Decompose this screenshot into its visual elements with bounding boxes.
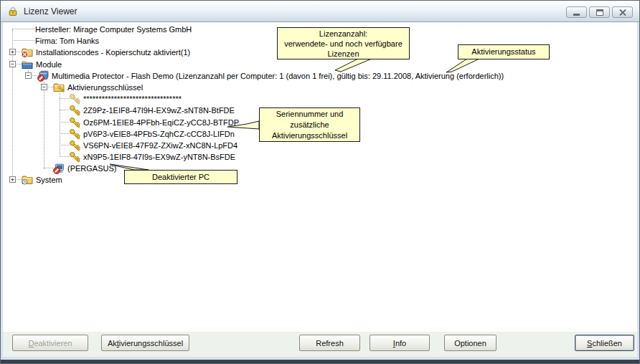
tree-stub-line	[44, 168, 53, 168]
options-button[interactable]: Optionen	[444, 335, 497, 351]
maximize-icon	[596, 9, 603, 16]
tree-expander-minus-icon[interactable]: −	[41, 84, 47, 90]
titlebar: Lizenz Viewer	[1, 1, 639, 22]
tree-item-label: (PERGASUS)	[66, 163, 118, 173]
tree-item[interactable]: xN9P5-1EIF8-47I9s-EX9wZ-yNT8N-BsFDE	[3, 151, 637, 163]
minimize-icon	[573, 14, 580, 16]
callout-activation-status: Aktivierungsstatus	[458, 44, 550, 59]
tree-expander-minus-icon[interactable]: −	[25, 72, 32, 79]
tree-item-label: Installationscodes - Kopierschutz aktivi…	[34, 47, 192, 57]
window-bottom-edge	[1, 360, 639, 363]
tree-expander-plus-icon[interactable]: +	[9, 176, 16, 183]
tree-item-label: xN9P5-1EIF8-47I9s-EX9wZ-yNT8N-BsFDE	[82, 152, 237, 162]
caption-buttons	[566, 6, 633, 18]
callout-serial-keys: Seriennummer und zusätzliche Aktivierung…	[259, 107, 360, 142]
tree-item-label: ********************************	[82, 94, 183, 104]
tree-stub-line	[60, 156, 69, 157]
window-title: Lizenz Viewer	[24, 6, 77, 16]
tree-item-label: Hersteller: Mirage Computer Systems GmbH	[34, 24, 193, 34]
callout-license-count: Lizenzanzahl: verwendete- und noch verfü…	[277, 27, 410, 59]
tree-item[interactable]: +System	[3, 174, 637, 186]
refresh-button[interactable]: Refresh	[299, 335, 360, 351]
tree-expander-plus-icon[interactable]: +	[9, 49, 16, 55]
tree-stub-line	[17, 179, 22, 180]
tree-stub-line	[32, 75, 37, 76]
maximize-button[interactable]	[589, 6, 610, 18]
tree-stub-line	[60, 133, 69, 134]
module-folder-icon	[22, 59, 33, 70]
tree-item-label: Multimedia Protector - Flash Demo (Lizen…	[50, 71, 505, 81]
activation-keys-button[interactable]: Aktivierungsschlüssel	[101, 335, 189, 351]
lock-icon	[7, 6, 19, 17]
key-muted-icon	[69, 93, 80, 105]
tree-item-label: 2Z9Pz-1EIF8-47I9H-EX9wZ-sNT8N-BtFDE	[82, 105, 236, 115]
tree-item[interactable]: −Module	[3, 59, 637, 70]
info-button[interactable]: Info	[370, 335, 430, 351]
deactivate-button: Deaktivieren	[12, 335, 88, 351]
tree-item-label: Firma: Tom Hanks	[34, 36, 100, 46]
tree-item-label: Aktivierungsschlüssel	[66, 82, 144, 92]
close-icon	[619, 9, 626, 16]
tree-item[interactable]: (PERGASUS)	[3, 163, 637, 174]
tree-item[interactable]: −Multimedia Protector - Flash Demo (Lize…	[3, 70, 637, 82]
minimize-button[interactable]	[566, 6, 587, 18]
tree-stub-line	[17, 64, 22, 64]
tree-expander-minus-icon[interactable]: −	[9, 61, 16, 67]
key-icon	[69, 140, 80, 151]
key-icon	[69, 151, 80, 163]
tree-stub-line	[60, 110, 69, 110]
tree-item-label: VS6PN-vEIE8-47F9Z-ZXiwZ-xNC8N-LpFD4	[82, 140, 239, 150]
tree-stub-line	[48, 87, 53, 87]
tree-stub-line	[60, 145, 69, 145]
tree-stub-line	[17, 52, 22, 52]
license-tree: Hersteller: Mirage Computer Systems GmbH…	[3, 21, 637, 334]
tree-stub-line	[60, 122, 69, 123]
tree-item[interactable]: −Aktivierungsschlüssel	[3, 82, 637, 93]
key-icon	[69, 117, 80, 128]
tree-stub-line	[12, 40, 34, 41]
close-button[interactable]	[612, 6, 633, 18]
tree-stub-line	[12, 29, 34, 29]
callout-deactivated-pc: Deaktivierter PC	[124, 170, 237, 184]
module-blocked-icon	[37, 70, 49, 82]
tree-item-label: System	[34, 175, 64, 185]
tree-stub-line	[60, 98, 69, 99]
pc-blocked-icon	[53, 163, 65, 174]
close-dialog-button[interactable]: Schließen	[575, 335, 634, 351]
system-folder-icon	[22, 174, 33, 186]
tree-item-label: Module	[34, 59, 63, 70]
key-icon	[69, 105, 80, 116]
tree-item-label: Oz6PM-1EIE8-4PFbh-EqiCZ-yCC8J-BTFDP	[82, 118, 240, 128]
folder-error-icon	[22, 47, 33, 58]
key-icon	[69, 128, 80, 140]
button-bar: DeaktivierenAktivierungsschlüsselRefresh…	[3, 332, 637, 357]
folder-key-icon	[53, 82, 65, 93]
tree-item-label: pV6P3-vEIE8-4PFbS-ZqhCZ-cCC8J-LIFDn	[82, 129, 236, 139]
tree-item[interactable]: ********************************	[3, 93, 637, 105]
license-viewer-window: Lizenz Viewer Hersteller: Mirage Compute…	[0, 0, 640, 364]
